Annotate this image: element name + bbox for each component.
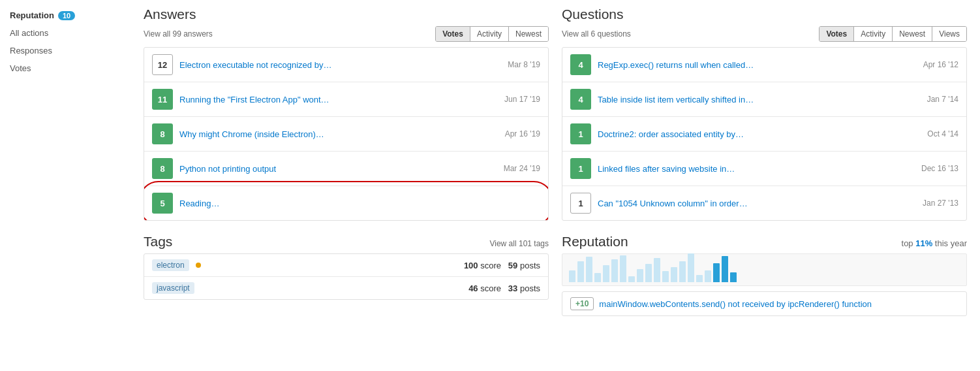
sidebar-item-reputation-label: Reputation bbox=[10, 10, 54, 20]
questions-tab-newest[interactable]: Newest bbox=[893, 27, 932, 41]
reputation-percent: 11% bbox=[915, 238, 932, 248]
rep-item-title[interactable]: mainWindow.webContents.send() not receiv… bbox=[599, 299, 958, 309]
reputation-bar bbox=[671, 267, 677, 282]
question-score-badge: 4 bbox=[570, 89, 591, 110]
sidebar-item-votes[interactable]: Votes bbox=[10, 59, 121, 77]
sidebar-item-all-actions[interactable]: All actions bbox=[10, 24, 121, 42]
question-date: Jan 27 '13 bbox=[923, 199, 958, 208]
questions-tab-group: Votes Activity Newest Views bbox=[819, 26, 967, 42]
tags-title: Tags bbox=[144, 234, 172, 250]
question-list-item: 1Can "1054 Unknown column" in order…Jan … bbox=[562, 186, 966, 220]
questions-header: Questions bbox=[562, 7, 967, 22]
answers-subheader: View all 99 answers Votes Activity Newes… bbox=[144, 26, 549, 42]
reputation-title: Reputation bbox=[562, 234, 628, 250]
tag-stats: 46 score 33 posts bbox=[468, 283, 540, 293]
questions-view-all: View all 6 questions bbox=[562, 29, 631, 39]
answer-list-item: 11Running the "First Electron App" wont…… bbox=[144, 82, 548, 117]
question-list-item: 1Linked files after saving website in…De… bbox=[562, 152, 966, 186]
question-date: Oct 4 '14 bbox=[927, 129, 958, 138]
answers-tab-newest[interactable]: Newest bbox=[509, 27, 548, 41]
tags-view-all: View all 101 tags bbox=[489, 239, 549, 248]
question-title-link[interactable]: Table inside list item vertically shifte… bbox=[598, 95, 921, 105]
tag-list-item: javascript46 score 33 posts bbox=[144, 277, 548, 299]
question-date: Apr 16 '12 bbox=[923, 60, 958, 69]
answer-score-badge: 5 bbox=[152, 193, 173, 214]
sidebar-item-responses-label: Responses bbox=[10, 46, 52, 56]
answer-title-link[interactable]: Python not printing output bbox=[179, 164, 497, 174]
answer-date: Mar 8 '19 bbox=[508, 60, 540, 69]
reputation-top-text: top 11% this year bbox=[902, 238, 967, 248]
reputation-bar bbox=[713, 263, 720, 282]
reputation-bar bbox=[611, 259, 618, 282]
tag-pill[interactable]: javascript bbox=[152, 282, 194, 294]
answer-score-badge: 11 bbox=[152, 89, 173, 110]
answer-list-item: 12Electron executable not recognized by…… bbox=[144, 48, 548, 82]
tag-pill[interactable]: electron bbox=[152, 259, 189, 271]
reputation-bar bbox=[705, 270, 711, 282]
questions-list: 4RegExp.exec() returns null when called…… bbox=[562, 47, 967, 221]
sidebar-item-reputation[interactable]: Reputation 10 bbox=[10, 7, 121, 24]
rep-item-badge: +10 bbox=[570, 297, 594, 310]
sidebar-item-votes-label: Votes bbox=[10, 63, 31, 73]
reputation-bar bbox=[688, 253, 694, 282]
questions-tab-votes[interactable]: Votes bbox=[819, 27, 854, 41]
question-score-badge: 1 bbox=[570, 158, 591, 179]
answer-title-link[interactable]: Electron executable not recognized by… bbox=[179, 60, 501, 70]
question-date: Dec 16 '13 bbox=[921, 164, 958, 173]
reputation-header: Reputation top 11% this year bbox=[562, 234, 967, 250]
answer-date: Apr 16 '19 bbox=[505, 129, 540, 138]
questions-tab-views[interactable]: Views bbox=[932, 27, 966, 41]
question-title-link[interactable]: Doctrine2: order associated entity by… bbox=[598, 129, 921, 139]
tag-stats: 100 score 59 posts bbox=[464, 261, 540, 270]
answer-score-badge: 12 bbox=[152, 54, 173, 75]
tags-header: Tags View all 101 tags bbox=[144, 234, 549, 250]
question-score-badge: 1 bbox=[570, 193, 591, 214]
answer-score-badge: 8 bbox=[152, 158, 173, 179]
question-date: Jan 7 '14 bbox=[927, 95, 958, 104]
question-title-link[interactable]: Can "1054 Unknown column" in order… bbox=[598, 199, 916, 208]
questions-subheader: View all 6 questions Votes Activity Newe… bbox=[562, 26, 967, 42]
reputation-bar bbox=[594, 273, 601, 282]
reputation-bar bbox=[628, 276, 635, 282]
questions-tab-activity[interactable]: Activity bbox=[854, 27, 893, 41]
question-title-link[interactable]: Linked files after saving website in… bbox=[598, 164, 915, 174]
reputation-bar bbox=[620, 255, 626, 282]
questions-title: Questions bbox=[562, 7, 624, 22]
reputation-bar bbox=[586, 257, 592, 282]
reputation-section: Reputation top 11% this year +10 mainWin… bbox=[562, 234, 967, 316]
sidebar-item-responses[interactable]: Responses bbox=[10, 42, 121, 59]
question-list-item: 4RegExp.exec() returns null when called…… bbox=[562, 48, 966, 82]
sidebar-item-all-actions-label: All actions bbox=[10, 28, 48, 38]
tag-list-item: electron100 score 59 posts bbox=[144, 254, 548, 277]
answer-list-item: 5Reading… bbox=[144, 186, 548, 220]
answers-list: 12Electron executable not recognized by…… bbox=[144, 47, 549, 221]
question-title-link[interactable]: RegExp.exec() returns null when called… bbox=[598, 60, 917, 70]
reputation-chart bbox=[562, 253, 967, 286]
answer-date: Jun 17 '19 bbox=[504, 95, 540, 104]
answer-list-item: 8Python not printing outputMar 24 '19 bbox=[144, 152, 548, 186]
answer-list-item: 8Why might Chrome (inside Electron)…Apr … bbox=[144, 117, 548, 152]
answers-column: Answers View all 99 answers Votes Activi… bbox=[137, 0, 555, 323]
tag-dot-icon bbox=[196, 263, 201, 268]
answers-tab-votes[interactable]: Votes bbox=[436, 27, 470, 41]
answers-title: Answers bbox=[144, 7, 196, 22]
answers-tab-group: Votes Activity Newest bbox=[435, 26, 549, 42]
questions-column: Questions View all 6 questions Votes Act… bbox=[555, 0, 973, 323]
reputation-bar bbox=[637, 269, 643, 282]
reputation-bar bbox=[696, 275, 703, 282]
question-list-item: 1Doctrine2: order associated entity by…O… bbox=[562, 117, 966, 152]
answers-tab-activity[interactable]: Activity bbox=[470, 27, 509, 41]
sidebar: Reputation 10 All actions Responses Vote… bbox=[0, 0, 130, 323]
answer-score-badge: 8 bbox=[152, 123, 173, 144]
reputation-bar bbox=[662, 271, 669, 282]
reputation-item: +10 mainWindow.webContents.send() not re… bbox=[562, 291, 967, 316]
answer-title-link[interactable]: Why might Chrome (inside Electron)… bbox=[179, 129, 498, 139]
answer-title-link[interactable]: Reading… bbox=[179, 199, 534, 208]
reputation-bar bbox=[645, 264, 652, 282]
reputation-bar bbox=[730, 272, 737, 282]
question-score-badge: 1 bbox=[570, 123, 591, 144]
main-content: Answers View all 99 answers Votes Activi… bbox=[130, 0, 980, 323]
answer-title-link[interactable]: Running the "First Electron App" wont… bbox=[179, 95, 498, 105]
reputation-bar bbox=[603, 265, 609, 282]
reputation-bar bbox=[679, 261, 686, 282]
